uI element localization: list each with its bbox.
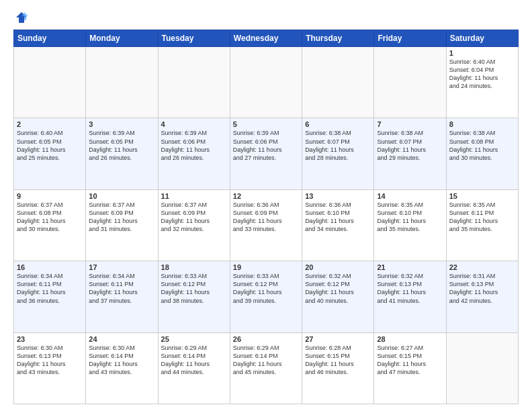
calendar-cell: 11Sunrise: 6:37 AM Sunset: 6:09 PM Dayli… [158,189,230,261]
header [13,11,519,24]
day-number: 7 [377,120,443,128]
day-info: Sunrise: 6:39 AM Sunset: 6:05 PM Dayligh… [89,129,154,162]
calendar-cell [86,47,158,118]
day-number: 9 [17,192,83,200]
day-number: 15 [449,192,515,200]
calendar-cell: 5Sunrise: 6:39 AM Sunset: 6:06 PM Daylig… [230,118,302,189]
day-info: Sunrise: 6:37 AM Sunset: 6:08 PM Dayligh… [17,201,83,234]
weekday-header-tuesday: Tuesday [158,30,230,47]
calendar-cell: 26Sunrise: 6:29 AM Sunset: 6:14 PM Dayli… [230,332,302,404]
calendar-cell: 15Sunrise: 6:35 AM Sunset: 6:11 PM Dayli… [446,189,518,261]
day-number: 6 [305,120,371,128]
day-number: 14 [377,192,443,200]
day-number: 16 [17,263,83,271]
weekday-header-thursday: Thursday [302,30,374,47]
day-number: 27 [305,335,371,343]
day-number: 1 [449,49,515,57]
day-info: Sunrise: 6:33 AM Sunset: 6:12 PM Dayligh… [233,272,299,305]
day-number: 12 [233,192,299,200]
calendar-cell: 7Sunrise: 6:38 AM Sunset: 6:07 PM Daylig… [374,118,446,189]
calendar-cell: 10Sunrise: 6:37 AM Sunset: 6:09 PM Dayli… [86,189,158,261]
day-info: Sunrise: 6:34 AM Sunset: 6:11 PM Dayligh… [17,272,83,305]
day-number: 23 [17,335,83,343]
day-info: Sunrise: 6:31 AM Sunset: 6:13 PM Dayligh… [449,272,515,305]
calendar-week-row: 2Sunrise: 6:40 AM Sunset: 6:05 PM Daylig… [14,118,519,189]
day-info: Sunrise: 6:28 AM Sunset: 6:15 PM Dayligh… [305,344,371,377]
calendar-cell: 8Sunrise: 6:38 AM Sunset: 6:08 PM Daylig… [446,118,518,189]
weekday-header-saturday: Saturday [446,30,518,47]
day-info: Sunrise: 6:38 AM Sunset: 6:08 PM Dayligh… [449,129,515,162]
day-number: 17 [89,263,154,271]
day-info: Sunrise: 6:29 AM Sunset: 6:14 PM Dayligh… [233,344,299,377]
calendar-cell: 1Sunrise: 6:40 AM Sunset: 6:04 PM Daylig… [446,47,518,118]
logo [13,11,28,24]
weekday-header-wednesday: Wednesday [230,30,302,47]
calendar-cell: 3Sunrise: 6:39 AM Sunset: 6:05 PM Daylig… [86,118,158,189]
calendar-week-row: 16Sunrise: 6:34 AM Sunset: 6:11 PM Dayli… [14,261,519,332]
day-number: 3 [89,120,154,128]
day-info: Sunrise: 6:36 AM Sunset: 6:10 PM Dayligh… [305,201,371,234]
day-number: 25 [161,335,227,343]
logo-icon [15,11,28,24]
weekday-header-sunday: Sunday [14,30,86,47]
calendar-cell: 9Sunrise: 6:37 AM Sunset: 6:08 PM Daylig… [14,189,86,261]
calendar-cell: 13Sunrise: 6:36 AM Sunset: 6:10 PM Dayli… [302,189,374,261]
day-info: Sunrise: 6:32 AM Sunset: 6:13 PM Dayligh… [377,272,443,305]
day-number: 2 [17,120,83,128]
calendar-cell [374,47,446,118]
calendar-cell: 23Sunrise: 6:30 AM Sunset: 6:13 PM Dayli… [14,332,86,404]
calendar-cell: 24Sunrise: 6:30 AM Sunset: 6:14 PM Dayli… [86,332,158,404]
day-number: 24 [89,335,154,343]
calendar-cell: 22Sunrise: 6:31 AM Sunset: 6:13 PM Dayli… [446,261,518,332]
calendar-cell: 16Sunrise: 6:34 AM Sunset: 6:11 PM Dayli… [14,261,86,332]
day-number: 18 [161,263,227,271]
calendar-cell: 27Sunrise: 6:28 AM Sunset: 6:15 PM Dayli… [302,332,374,404]
day-number: 26 [233,335,299,343]
day-info: Sunrise: 6:38 AM Sunset: 6:07 PM Dayligh… [377,129,443,162]
calendar-cell: 17Sunrise: 6:34 AM Sunset: 6:11 PM Dayli… [86,261,158,332]
calendar-week-row: 23Sunrise: 6:30 AM Sunset: 6:13 PM Dayli… [14,332,519,404]
day-number: 10 [89,192,154,200]
day-info: Sunrise: 6:39 AM Sunset: 6:06 PM Dayligh… [233,129,299,162]
day-number: 8 [449,120,515,128]
day-info: Sunrise: 6:35 AM Sunset: 6:10 PM Dayligh… [377,201,443,234]
day-info: Sunrise: 6:30 AM Sunset: 6:13 PM Dayligh… [17,344,83,377]
day-info: Sunrise: 6:36 AM Sunset: 6:09 PM Dayligh… [233,201,299,234]
day-number: 11 [161,192,227,200]
day-info: Sunrise: 6:32 AM Sunset: 6:12 PM Dayligh… [305,272,371,305]
day-info: Sunrise: 6:37 AM Sunset: 6:09 PM Dayligh… [161,201,227,234]
day-info: Sunrise: 6:37 AM Sunset: 6:09 PM Dayligh… [89,201,154,234]
day-info: Sunrise: 6:29 AM Sunset: 6:14 PM Dayligh… [161,344,227,377]
calendar-cell [446,332,518,404]
day-number: 28 [377,335,443,343]
day-info: Sunrise: 6:39 AM Sunset: 6:06 PM Dayligh… [161,129,227,162]
calendar-cell: 4Sunrise: 6:39 AM Sunset: 6:06 PM Daylig… [158,118,230,189]
calendar-cell: 25Sunrise: 6:29 AM Sunset: 6:14 PM Dayli… [158,332,230,404]
day-number: 4 [161,120,227,128]
day-number: 13 [305,192,371,200]
day-info: Sunrise: 6:34 AM Sunset: 6:11 PM Dayligh… [89,272,154,305]
calendar-cell: 2Sunrise: 6:40 AM Sunset: 6:05 PM Daylig… [14,118,86,189]
day-number: 21 [377,263,443,271]
calendar-week-row: 1Sunrise: 6:40 AM Sunset: 6:04 PM Daylig… [14,47,519,118]
day-number: 20 [305,263,371,271]
day-info: Sunrise: 6:35 AM Sunset: 6:11 PM Dayligh… [449,201,515,234]
calendar-cell [302,47,374,118]
weekday-header-monday: Monday [86,30,158,47]
calendar-cell: 18Sunrise: 6:33 AM Sunset: 6:12 PM Dayli… [158,261,230,332]
weekday-header-row: SundayMondayTuesdayWednesdayThursdayFrid… [14,30,519,47]
calendar-cell [230,47,302,118]
day-number: 22 [449,263,515,271]
day-info: Sunrise: 6:40 AM Sunset: 6:04 PM Dayligh… [449,58,515,91]
calendar-cell: 6Sunrise: 6:38 AM Sunset: 6:07 PM Daylig… [302,118,374,189]
calendar-cell: 20Sunrise: 6:32 AM Sunset: 6:12 PM Dayli… [302,261,374,332]
calendar-cell [14,47,86,118]
day-info: Sunrise: 6:30 AM Sunset: 6:14 PM Dayligh… [89,344,154,377]
day-info: Sunrise: 6:40 AM Sunset: 6:05 PM Dayligh… [17,129,83,162]
day-info: Sunrise: 6:33 AM Sunset: 6:12 PM Dayligh… [161,272,227,305]
day-info: Sunrise: 6:27 AM Sunset: 6:15 PM Dayligh… [377,344,443,377]
calendar-table: SundayMondayTuesdayWednesdayThursdayFrid… [13,30,519,404]
calendar-cell: 12Sunrise: 6:36 AM Sunset: 6:09 PM Dayli… [230,189,302,261]
page: SundayMondayTuesdayWednesdayThursdayFrid… [0,0,532,411]
calendar-cell [158,47,230,118]
